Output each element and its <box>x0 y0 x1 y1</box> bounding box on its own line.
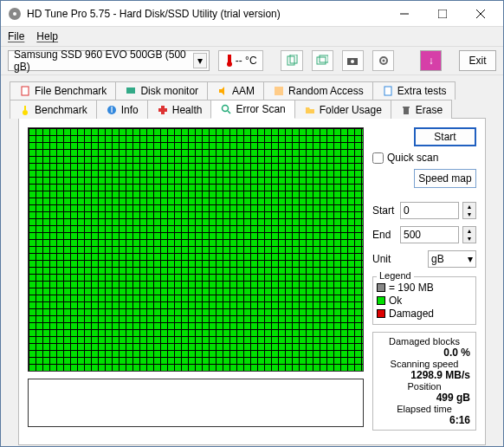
scanning-speed-value: 1298.9 MB/s <box>378 369 470 381</box>
svg-point-26 <box>223 106 229 112</box>
svg-rect-7 <box>228 55 231 63</box>
tab-extra-tests[interactable]: Extra tests <box>372 81 456 100</box>
scanning-speed-label: Scanning speed <box>378 359 470 369</box>
svg-rect-29 <box>403 107 410 108</box>
temperature-value: -- °C <box>236 55 257 67</box>
window-title: HD Tune Pro 5.75 - Hard Disk/SSD Utility… <box>27 8 385 20</box>
legend-box: Legend = 190 MB Ok Damaged <box>372 276 476 325</box>
svg-rect-16 <box>22 87 29 95</box>
speaker-icon <box>216 85 229 97</box>
speed-map-button[interactable]: Speed map <box>414 169 476 188</box>
chevron-down-icon: ▾ <box>468 253 473 265</box>
message-box <box>28 379 364 427</box>
svg-rect-28 <box>404 107 409 114</box>
svg-rect-17 <box>126 87 135 94</box>
damaged-blocks-label: Damaged blocks <box>378 336 470 347</box>
info-icon: i <box>106 104 118 116</box>
quick-scan-label: Quick scan <box>387 152 438 164</box>
settings-button[interactable] <box>372 50 394 71</box>
folder-icon <box>304 104 316 116</box>
tab-health[interactable]: Health <box>147 100 212 119</box>
scan-block-grid <box>28 127 364 372</box>
legend-ok-icon <box>377 296 385 305</box>
tab-panel: File Benchmark Disk monitor AAM Random A… <box>1 75 503 445</box>
chevron-down-icon: ▾ <box>193 53 207 68</box>
unit-select[interactable]: gB ▾ <box>428 250 476 268</box>
file-benchmark-icon <box>19 85 31 97</box>
svg-point-13 <box>351 60 354 63</box>
menubar: File Help <box>1 27 503 46</box>
menu-help[interactable]: Help <box>36 30 58 42</box>
damaged-blocks-value: 0.0 % <box>378 347 470 359</box>
copy-icon <box>286 55 298 67</box>
magnifier-icon <box>220 103 232 115</box>
tab-error-scan[interactable]: Error Scan <box>210 100 294 119</box>
tab-info[interactable]: iInfo <box>96 100 148 119</box>
maximize-button[interactable] <box>423 2 462 26</box>
svg-line-27 <box>228 111 230 113</box>
start-spinner[interactable]: ▲▼ <box>462 202 476 219</box>
tab-disk-monitor[interactable]: Disk monitor <box>115 81 208 100</box>
tab-random-access[interactable]: Random Access <box>263 81 373 100</box>
end-spinner[interactable]: ▲▼ <box>462 226 476 243</box>
svg-rect-11 <box>320 55 328 62</box>
unit-label: Unit <box>372 253 397 265</box>
elapsed-time-value: 6:16 <box>378 414 470 426</box>
monitor-icon <box>125 85 137 97</box>
start-button[interactable]: Start <box>414 127 476 146</box>
exit-button[interactable]: Exit <box>459 50 496 71</box>
svg-rect-25 <box>158 108 167 112</box>
camera-icon <box>346 55 359 67</box>
position-value: 499 gB <box>378 392 470 404</box>
toolbar: Samsung SSD 960 EVO 500GB (500 gB) ▾ -- … <box>1 46 503 75</box>
titlebar: HD Tune Pro 5.75 - Hard Disk/SSD Utility… <box>1 1 503 27</box>
minimize-button[interactable] <box>385 2 423 26</box>
tab-content: Start Quick scan Speed map Start ▲▼ End … <box>18 118 486 445</box>
copy-info-button[interactable] <box>281 50 302 71</box>
start-input[interactable] <box>400 202 459 219</box>
screenshot-button[interactable] <box>342 50 364 71</box>
download-icon: ↓ <box>429 55 434 67</box>
legend-title: Legend <box>377 270 414 281</box>
drive-select-value: Samsung SSD 960 EVO 500GB (500 gB) <box>14 49 204 73</box>
stats-box: Damaged blocks 0.0 % Scanning speed 1298… <box>372 332 476 431</box>
extra-tests-icon <box>382 85 394 97</box>
thermometer-icon <box>225 54 234 68</box>
tab-benchmark[interactable]: Benchmark <box>10 100 97 119</box>
benchmark-icon <box>19 104 31 116</box>
legend-damaged-icon <box>377 309 385 318</box>
svg-rect-21 <box>24 106 26 110</box>
elapsed-time-label: Elapsed time <box>378 404 470 414</box>
end-input[interactable] <box>400 226 459 243</box>
random-icon <box>273 85 285 97</box>
menu-file[interactable]: File <box>8 30 24 42</box>
save-button[interactable]: ↓ <box>420 50 442 71</box>
health-icon <box>157 104 169 116</box>
temperature-display: -- °C <box>218 50 263 71</box>
copy-shot-icon <box>316 55 328 67</box>
svg-text:i: i <box>110 105 113 115</box>
tab-aam[interactable]: AAM <box>207 81 264 100</box>
end-label: End <box>372 229 397 241</box>
position-label: Position <box>378 381 470 392</box>
gear-icon <box>378 55 390 67</box>
tab-erase[interactable]: Erase <box>391 100 452 119</box>
app-icon <box>8 7 22 21</box>
start-label: Start <box>372 204 397 217</box>
svg-rect-18 <box>275 87 283 95</box>
svg-rect-3 <box>438 10 447 18</box>
svg-point-15 <box>382 60 384 62</box>
quick-scan-checkbox[interactable] <box>372 152 384 164</box>
copy-screenshot-button[interactable] <box>312 50 333 71</box>
drive-select[interactable]: Samsung SSD 960 EVO 500GB (500 gB) ▾ <box>8 50 210 71</box>
svg-rect-10 <box>317 57 326 64</box>
svg-point-1 <box>13 12 16 16</box>
close-button[interactable] <box>462 2 500 26</box>
tab-folder-usage[interactable]: Folder Usage <box>294 100 391 119</box>
legend-block-icon <box>377 283 385 292</box>
app-window: HD Tune Pro 5.75 - Hard Disk/SSD Utility… <box>0 0 504 447</box>
svg-rect-19 <box>384 87 391 95</box>
svg-point-20 <box>23 110 28 115</box>
tab-file-benchmark[interactable]: File Benchmark <box>10 81 116 100</box>
scan-controls: Start Quick scan Speed map Start ▲▼ End … <box>372 127 476 436</box>
